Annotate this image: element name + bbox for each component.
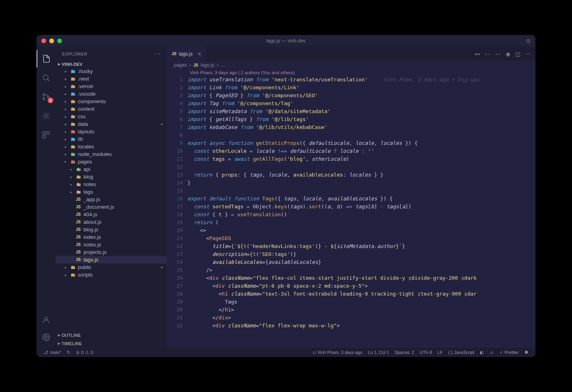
tree-item-about-js[interactable]: JSabout.js — [56, 218, 167, 226]
code-line[interactable]: 21 <PageSEO — [167, 234, 535, 242]
code-line[interactable]: 13 return { props: { tags, locale, avail… — [167, 171, 535, 179]
tree-item--vercel[interactable]: ▸🖿.vercel — [56, 83, 167, 90]
code-line[interactable]: 1import useTranslation from 'next-transl… — [167, 76, 535, 84]
code-line[interactable]: 29 Tags — [167, 298, 535, 306]
code-line[interactable]: 23 description={t('SEO:tags')} — [167, 250, 535, 258]
tree-item-api[interactable]: ▸🖿api — [56, 165, 167, 173]
code-line[interactable]: 7import kebabCase from '@/lib/utils/keba… — [167, 123, 535, 131]
tree-item-public[interactable]: ▸🖿public● — [56, 263, 167, 271]
code-line[interactable]: 31 </div> — [167, 314, 535, 322]
tree-item-_document-js[interactable]: JS_document.js — [56, 203, 167, 211]
project-header[interactable]: ▸ VINH-DEV — [56, 61, 167, 67]
code-line[interactable]: 25 /> — [167, 266, 535, 274]
code-editor[interactable]: 1import useTranslation from 'next-transl… — [167, 76, 535, 348]
settings-gear-icon[interactable] — [37, 329, 56, 346]
minimize-window[interactable] — [49, 38, 54, 43]
account-icon[interactable] — [37, 311, 56, 329]
code-line[interactable]: 6import { getAllTags } from '@/lib/tags' — [167, 115, 535, 123]
code-line[interactable]: 9export async function getStaticProps({ … — [167, 139, 535, 147]
color-theme-icon[interactable]: ◐ — [477, 350, 487, 355]
tree-item--next[interactable]: ▸🖿.next — [56, 75, 167, 83]
code-line[interactable]: 3import { PageSEO } from '@/components/S… — [167, 92, 535, 100]
git-commit-icon[interactable]: ⊷ — [475, 51, 480, 57]
git-commit-icon[interactable]: ⊷ — [495, 51, 501, 57]
tree-item-css[interactable]: ▸🖿css — [56, 113, 167, 120]
cursor-position[interactable]: Ln 1, Col 1 — [365, 350, 392, 355]
tree-item-notes-js[interactable]: JSnotes.js — [56, 241, 167, 248]
code-line[interactable]: 19 return ( — [167, 219, 535, 227]
extensions-icon[interactable] — [37, 126, 56, 144]
tree-item-tags[interactable]: ▸🖿tags — [56, 188, 167, 196]
code-line[interactable]: 4import Tag from '@/components/Tag' — [167, 100, 535, 108]
close-window[interactable] — [41, 38, 46, 43]
git-codelens[interactable]: Vinh Pham, 3 days ago | 2 authors (You a… — [167, 69, 535, 76]
tree-item-pages[interactable]: ▸🖿pages — [56, 158, 167, 165]
tree-item-blog[interactable]: ▸🖿blog — [56, 173, 167, 181]
problems[interactable]: ⊘ 0 ⚠ 0 — [73, 350, 96, 355]
code-line[interactable]: 26 <div className="flex flex-col items-s… — [167, 274, 535, 282]
sync-icon[interactable]: ↻ — [64, 350, 73, 355]
tree-item-notes[interactable]: ▸🖿notes — [56, 181, 167, 188]
file-tree[interactable]: ▸🖿.husky▸🖿.next▸🖿.vercel▸🖿.vscode▸🖿compo… — [56, 67, 167, 331]
code-line[interactable]: 28 <h1 className="text-3xl font-extrabol… — [167, 290, 535, 298]
run-icon[interactable]: ◉ — [506, 51, 510, 57]
tree-item-lib[interactable]: ▸🖿lib — [56, 135, 167, 143]
tree-item--vscode[interactable]: ▸🖿.vscode — [56, 90, 167, 98]
code-line[interactable]: 14} — [167, 179, 535, 187]
prettier-status[interactable]: ✓ Prettier — [497, 350, 522, 355]
source-control-icon[interactable]: 2 — [37, 88, 56, 106]
code-line[interactable]: 27 <div className="pt-6 pb-8 space-x-2 m… — [167, 282, 535, 290]
code-line[interactable]: 8 — [167, 131, 535, 139]
code-line[interactable]: 32 <div className="flex flex-wrap max-w-… — [167, 322, 535, 330]
tab-tags-js[interactable]: JS tags.js ✕ — [167, 47, 207, 61]
git-commit-icon[interactable]: ⊷ — [485, 51, 491, 57]
layout-grid-icon[interactable]: ⊞ — [526, 38, 531, 44]
tree-item-locales[interactable]: ▸🖿locales — [56, 143, 167, 150]
tree-item-_app-js[interactable]: JS_app.js — [56, 196, 167, 203]
code-line[interactable]: 11 const tags = await getAllTags('blog',… — [167, 155, 535, 163]
debug-icon[interactable] — [37, 107, 56, 125]
notifications-icon[interactable]: 🔔︎ — [522, 350, 531, 355]
code-line[interactable]: 2import Link from '@/components/Link' — [167, 84, 535, 92]
code-line[interactable]: 10 const otherLocale = locale !== defaul… — [167, 147, 535, 155]
code-line[interactable]: 5import siteMetadata from '@/data/siteMe… — [167, 108, 535, 115]
breadcrumb[interactable]: pages › JS tags.js › … — [167, 61, 535, 69]
tree-item-tags-js[interactable]: JStags.js — [56, 256, 167, 263]
maximize-window[interactable] — [57, 38, 62, 43]
code-line[interactable]: 16export default function Tags({ tags, l… — [167, 195, 535, 203]
tree-item--husky[interactable]: ▸🖿.husky — [56, 67, 167, 75]
tree-item-scripts[interactable]: ▸🖿scripts — [56, 271, 167, 279]
git-branch[interactable]: ⎇ main* — [41, 350, 64, 355]
tree-item-blog-js[interactable]: JSblog.js — [56, 226, 167, 233]
titlebar[interactable]: tags.js — vinh-dev ⊞ — [37, 35, 535, 47]
tree-item-layouts[interactable]: ▸🖿layouts — [56, 128, 167, 135]
more-actions-icon[interactable]: ⋯ — [154, 50, 161, 58]
code-line[interactable]: 18 const { t } = useTranslation() — [167, 211, 535, 219]
explorer-icon[interactable] — [37, 50, 56, 67]
timeline-section[interactable]: ▸ TIMELINE — [56, 339, 167, 348]
indentation[interactable]: Spaces: 2 — [392, 350, 417, 355]
language-mode[interactable]: { } JavaScript — [446, 350, 477, 355]
tree-item-404-js[interactable]: JS404.js — [56, 211, 167, 218]
split-editor-icon[interactable]: ◫ — [515, 51, 520, 57]
tree-item-components[interactable]: ▸🖿components — [56, 98, 167, 105]
code-line[interactable]: 20 <> — [167, 227, 535, 234]
code-line[interactable]: 17 const sortedTags = Object.keys(tags).… — [167, 203, 535, 211]
tree-item-index-js[interactable]: JSindex.js — [56, 233, 167, 241]
encoding[interactable]: UTF-8 — [417, 350, 435, 355]
more-icon[interactable]: ⋯ — [525, 51, 531, 57]
tree-item-data[interactable]: ▸🖿data● — [56, 120, 167, 128]
tree-item-context[interactable]: ▸🖿context — [56, 105, 167, 113]
code-line[interactable]: 24 availableLocales={availableLocales} — [167, 258, 535, 266]
code-line[interactable]: 30 </h1> — [167, 306, 535, 314]
close-tab-icon[interactable]: ✕ — [197, 51, 201, 57]
tree-item-projects-js[interactable]: JSprojects.js — [56, 248, 167, 256]
outline-section[interactable]: ▸ OUTLINE — [56, 331, 167, 339]
git-blame-status[interactable]: ◇ Vinh Pham, 3 days ago — [310, 350, 365, 355]
code-line[interactable]: 22 title={`${t('headerNavLinks:tags')} -… — [167, 242, 535, 250]
search-icon[interactable] — [37, 69, 56, 86]
eol[interactable]: LF — [435, 350, 446, 355]
code-line[interactable]: 15 — [167, 187, 535, 195]
code-line[interactable]: 12 — [167, 163, 535, 171]
feedback-icon[interactable]: ☺ — [487, 350, 497, 355]
